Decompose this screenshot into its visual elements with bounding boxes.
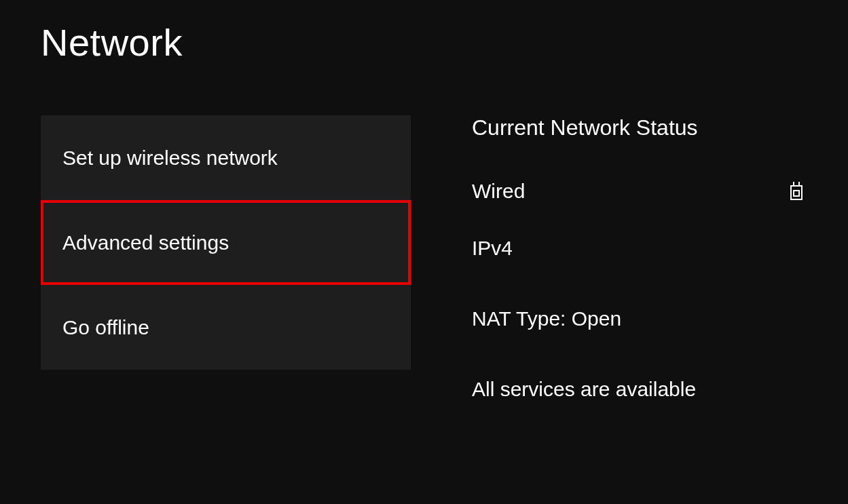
nat-type-label: NAT Type: Open <box>472 307 807 330</box>
content-area: Set up wireless network Advanced setting… <box>41 115 807 401</box>
status-heading: Current Network Status <box>472 115 807 140</box>
network-settings-page: Network Set up wireless network Advanced… <box>0 0 848 401</box>
menu-item-label: Go offline <box>62 316 149 339</box>
settings-menu: Set up wireless network Advanced setting… <box>41 115 411 401</box>
menu-item-advanced-settings[interactable]: Advanced settings <box>41 200 411 285</box>
svg-rect-0 <box>791 186 802 199</box>
menu-item-go-offline[interactable]: Go offline <box>41 285 411 370</box>
svg-rect-3 <box>794 191 799 196</box>
ip-version-label: IPv4 <box>472 237 807 260</box>
ethernet-plug-icon <box>789 181 804 201</box>
menu-item-setup-wireless[interactable]: Set up wireless network <box>41 115 411 200</box>
menu-item-label: Set up wireless network <box>62 147 278 170</box>
connection-type-row: Wired <box>472 180 807 203</box>
page-title: Network <box>41 20 807 64</box>
services-status-label: All services are available <box>472 378 807 401</box>
connection-type-label: Wired <box>472 180 525 203</box>
status-details: IPv4 NAT Type: Open All services are ava… <box>472 237 807 401</box>
menu-item-label: Advanced settings <box>62 231 229 254</box>
network-status-panel: Current Network Status Wired IPv4 NAT Ty… <box>472 115 807 401</box>
